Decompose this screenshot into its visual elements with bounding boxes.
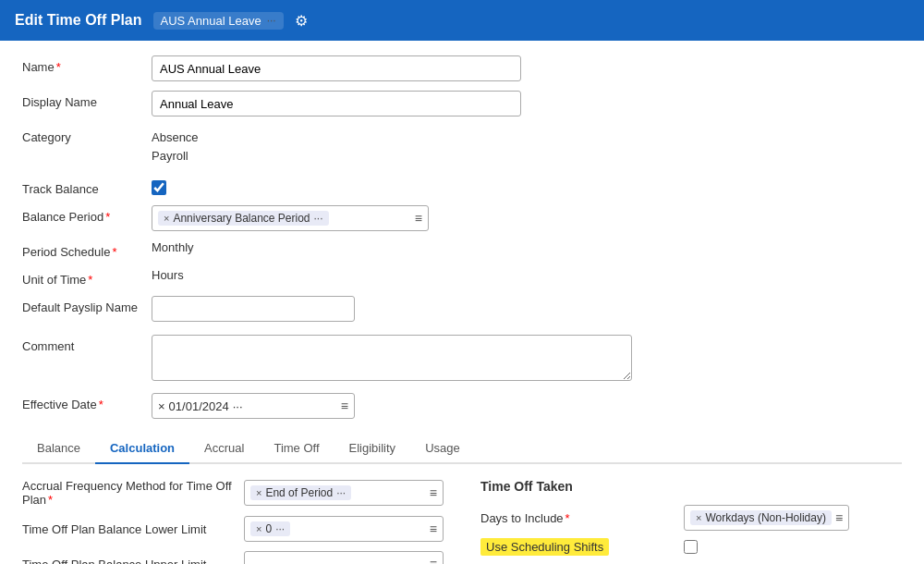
calculation-right: Time Off Taken Days to Include* × Workda… (480, 479, 902, 564)
effective-date-text: 01/01/2024 (169, 399, 229, 413)
accrual-freq-label: Accrual Frequency Method for Time Off Pl… (22, 479, 244, 507)
balance-period-tag-input[interactable]: × Anniversary Balance Period ··· ≡ (152, 205, 429, 231)
tab-eligibility[interactable]: Eligibility (334, 434, 411, 464)
tab-calculation[interactable]: Calculation (95, 434, 189, 464)
period-schedule-label: Period Schedule* (22, 240, 152, 259)
comment-label: Comment (22, 335, 152, 353)
use-scheduling-checkbox[interactable] (684, 540, 698, 554)
tab-usage[interactable]: Usage (410, 434, 475, 464)
days-to-include-list-icon[interactable]: ≡ (835, 510, 843, 525)
unit-of-time-text: Hours (152, 264, 184, 282)
payslip-field-wrap (152, 296, 521, 322)
balance-lower-ellipsis[interactable]: ··· (275, 522, 285, 535)
tab-time-off[interactable]: Time Off (259, 434, 334, 464)
track-balance-label: Track Balance (22, 178, 152, 196)
track-balance-checkbox[interactable] (152, 180, 166, 195)
unit-of-time-value: Hours (152, 268, 521, 282)
header-badge-ellipsis[interactable]: ··· (267, 14, 276, 27)
display-name-label: Display Name (22, 91, 152, 109)
balance-upper-row: Time Off Plan Balance Upper Limit ≡ (22, 551, 444, 564)
payslip-input[interactable] (152, 296, 355, 322)
balance-upper-label: Time Off Plan Balance Upper Limit (22, 558, 244, 565)
category-value: Absence Payroll (152, 126, 521, 163)
calculation-tab-content: Accrual Frequency Method for Time Off Pl… (22, 464, 902, 564)
balance-period-list-icon[interactable]: ≡ (415, 211, 422, 226)
category-line2: Payroll (152, 144, 521, 163)
accrual-freq-tag-input[interactable]: × End of Period ··· ≡ (244, 480, 444, 506)
balance-period-tag: × Anniversary Balance Period ··· (158, 211, 329, 226)
accrual-freq-close-icon[interactable]: × (256, 487, 261, 498)
page-title: Edit Time Off Plan (15, 12, 142, 29)
balance-lower-row: Time Off Plan Balance Lower Limit × 0 ··… (22, 516, 444, 542)
effective-date-input[interactable]: × 01/01/2024 ··· ≡ (152, 393, 355, 419)
effective-date-label: Effective Date* (22, 393, 152, 411)
balance-upper-tag-input[interactable]: ≡ (244, 551, 444, 564)
use-scheduling-row: Use Scheduling Shifts (480, 540, 902, 554)
effective-date-row: Effective Date* × 01/01/2024 ··· ≡ (22, 393, 902, 419)
unit-of-time-label: Unit of Time* (22, 268, 152, 287)
days-to-include-row: Days to Include* × Workdays (Non-Holiday… (480, 505, 902, 531)
name-input[interactable] (152, 55, 521, 81)
balance-period-label: Balance Period* (22, 205, 152, 224)
settings-icon[interactable]: ⚙ (295, 12, 308, 30)
display-name-field-wrap (152, 91, 521, 116)
main-content: Name* Display Name Category Absence Payr… (0, 41, 924, 564)
header: Edit Time Off Plan AUS Annual Leave ··· … (0, 0, 924, 41)
accrual-freq-row: Accrual Frequency Method for Time Off Pl… (22, 479, 444, 507)
days-to-include-tag-input[interactable]: × Workdays (Non-Holiday) ≡ (684, 505, 849, 531)
accrual-freq-tag: × End of Period ··· (250, 485, 351, 500)
unit-of-time-row: Unit of Time* Hours (22, 268, 902, 287)
accrual-freq-list-icon[interactable]: ≡ (430, 485, 437, 500)
effective-date-close-icon[interactable]: × (158, 399, 165, 413)
time-off-taken-title: Time Off Taken (480, 479, 902, 494)
comment-row: Comment (22, 335, 902, 384)
balance-period-ellipsis[interactable]: ··· (314, 212, 323, 225)
payslip-row: Default Payslip Name (22, 296, 902, 322)
calculation-left: Accrual Frequency Method for Time Off Pl… (22, 479, 444, 564)
days-to-include-tag-text: Workdays (Non-Holiday) (705, 511, 825, 524)
balance-lower-tag-input[interactable]: × 0 ··· ≡ (244, 516, 444, 542)
effective-date-ellipsis[interactable]: ··· (233, 399, 243, 413)
days-to-include-label: Days to Include* (480, 511, 684, 525)
balance-period-close-icon[interactable]: × (164, 213, 169, 224)
use-scheduling-highlight: Use Scheduling Shifts (480, 538, 609, 556)
accrual-freq-ellipsis[interactable]: ··· (336, 486, 346, 499)
days-to-include-close-icon[interactable]: × (696, 512, 701, 523)
tab-accrual[interactable]: Accrual (189, 434, 259, 464)
display-name-input[interactable] (152, 91, 521, 116)
balance-period-tag-text: Anniversary Balance Period (173, 212, 310, 225)
effective-date-value: × 01/01/2024 ··· ≡ (152, 393, 521, 419)
balance-lower-close-icon[interactable]: × (256, 523, 261, 534)
days-to-include-tag: × Workdays (Non-Holiday) (690, 510, 832, 525)
payslip-label: Default Payslip Name (22, 296, 152, 314)
days-to-include-value: × Workdays (Non-Holiday) ≡ (684, 505, 902, 531)
tab-balance[interactable]: Balance (22, 434, 95, 464)
balance-lower-list-icon[interactable]: ≡ (430, 521, 437, 536)
name-row: Name* (22, 55, 902, 81)
accrual-freq-tag-text: End of Period (265, 486, 333, 499)
name-label: Name* (22, 55, 152, 74)
balance-upper-list-icon[interactable]: ≡ (430, 557, 437, 564)
name-field-wrap (152, 55, 521, 81)
comment-textarea[interactable] (152, 335, 632, 381)
balance-lower-tag: × 0 ··· (250, 521, 290, 536)
category-line1: Absence (152, 126, 521, 144)
badge-text: AUS Annual Leave (161, 14, 261, 28)
use-scheduling-value (684, 540, 902, 554)
accrual-freq-value: × End of Period ··· ≡ (244, 480, 444, 506)
category-row: Category Absence Payroll (22, 126, 902, 163)
track-balance-row: Track Balance (22, 178, 902, 196)
balance-lower-label: Time Off Plan Balance Lower Limit (22, 522, 244, 536)
comment-field-wrap (152, 335, 632, 384)
header-badge: AUS Annual Leave ··· (153, 12, 284, 30)
effective-date-list-icon[interactable]: ≡ (341, 398, 348, 413)
balance-upper-value: ≡ (244, 551, 444, 564)
period-schedule-text: Monthly (152, 236, 194, 254)
tabs-bar: Balance Calculation Accrual Time Off Eli… (22, 434, 902, 464)
balance-lower-value: × 0 ··· ≡ (244, 516, 444, 542)
balance-lower-tag-text: 0 (265, 522, 272, 535)
balance-period-value: × Anniversary Balance Period ··· ≡ (152, 205, 521, 231)
display-name-row: Display Name (22, 91, 902, 116)
use-scheduling-label: Use Scheduling Shifts (480, 540, 684, 554)
track-balance-checkbox-wrap (152, 178, 166, 195)
